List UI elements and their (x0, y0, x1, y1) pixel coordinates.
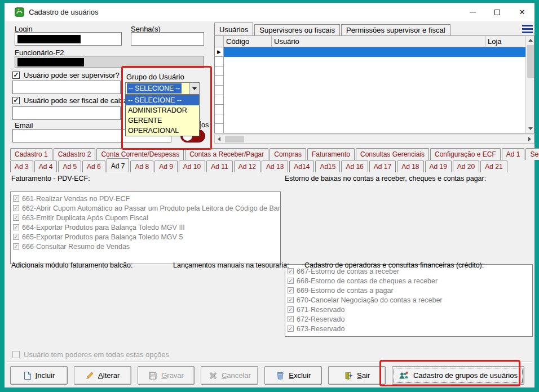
permission-item[interactable]: ✓672-Reservado (288, 314, 531, 324)
permission-tab-ad14[interactable]: Ad14 (289, 161, 314, 172)
scroll-down-icon[interactable] (526, 124, 535, 133)
permission-tab-ad-5[interactable]: Ad 5 (58, 161, 81, 172)
permission-tab-ad-1[interactable]: Ad 1 (502, 148, 525, 160)
grupo-option-selecione[interactable]: -- SELECIONE -- (126, 95, 199, 105)
excluir-button[interactable]: Excluir (264, 366, 322, 385)
horizontal-scroll-thumb[interactable] (225, 136, 244, 142)
grid-row-empty[interactable] (215, 114, 525, 124)
grupo-combobox[interactable]: -- SELECIONE -- (125, 82, 200, 95)
scroll-right-icon[interactable] (525, 135, 534, 143)
login-input[interactable] (15, 32, 122, 46)
grid-header-loja[interactable]: Loja (485, 36, 525, 47)
tab-usuarios[interactable]: Usuários (214, 23, 253, 35)
grid-horizontal-scrollbar[interactable] (214, 135, 534, 144)
permission-tab-contas-a-receber-pagar[interactable]: Contas a Receber/Pagar (185, 148, 268, 160)
group-title-estorno: Estorno de baixas no contas a receber, c… (285, 175, 486, 182)
all-options-checkbox[interactable] (12, 351, 20, 358)
hamburger-menu-icon[interactable] (522, 25, 533, 35)
fiscal-checkbox[interactable]: ✓ (12, 97, 20, 104)
permission-tab-ad-11[interactable]: Ad 11 (206, 161, 232, 172)
permission-tab-ad-20[interactable]: Ad 20 (453, 161, 479, 172)
permission-item[interactable]: ✓668-Estorno de contas de cheques a rece… (288, 276, 531, 286)
gravar-button[interactable]: Gravar (138, 366, 195, 385)
permission-tab-ad-6[interactable]: Ad 6 (82, 161, 105, 172)
grid-vertical-scrollbar[interactable] (525, 36, 534, 133)
incluir-button[interactable]: Incluir (10, 366, 68, 385)
permission-tab-ad-17[interactable]: Ad 17 (369, 161, 396, 172)
tab-supervisores-ou-fiscais[interactable]: Supervisores ou fiscais (254, 24, 340, 35)
grupos-button-label: Cadastro de grupos de usuários (413, 371, 518, 380)
permission-tab-ad-8[interactable]: Ad 8 (130, 161, 153, 172)
senha-input[interactable] (131, 32, 204, 46)
permission-item[interactable]: ✓665-Exportar Produtos para Balança Tole… (13, 232, 279, 242)
grid-header-usuario[interactable]: Usuário (272, 36, 485, 47)
scroll-up-icon[interactable] (526, 36, 535, 44)
permission-item[interactable]: ✓671-Reservado (288, 305, 531, 314)
permission-tab-cadastro-2[interactable]: Cadastro 2 (54, 148, 96, 160)
permission-tab-servicos[interactable]: Serviços (525, 148, 539, 160)
grid-row-empty[interactable] (215, 57, 525, 66)
maximize-button[interactable] (485, 3, 510, 21)
grid-row-empty[interactable] (215, 76, 525, 86)
permission-item-label: 662-Abrir Cupom Automático ao Passar um … (22, 204, 281, 212)
cancelar-button[interactable]: Cancelar (201, 366, 258, 385)
grupo-option-administrador[interactable]: ADMINISTRADOR (126, 105, 199, 115)
alterar-button[interactable]: Alterar (74, 366, 131, 385)
divider (7, 362, 532, 363)
permission-tab-ad-3[interactable]: Ad 3 (10, 161, 33, 172)
permission-item[interactable]: ✓666-Consultar Resumo de Vendas (13, 242, 279, 251)
grid-row-empty[interactable] (215, 95, 525, 105)
grid-row-empty[interactable] (215, 66, 525, 76)
grupos-button[interactable]: Cadastro de grupos de usuários (392, 366, 524, 385)
minimize-button[interactable] (460, 3, 485, 21)
grid-row-empty[interactable] (215, 124, 525, 133)
tab-permissoes-supervisor-e-fiscal[interactable]: Permissões supervisor e fiscal (341, 24, 450, 35)
permission-tab-compras[interactable]: Compras (270, 148, 306, 160)
permission-tab-ad-12[interactable]: Ad 12 (234, 161, 260, 172)
close-button[interactable]: ✕ (510, 3, 534, 21)
grid-header-codigo[interactable]: Código (224, 36, 272, 47)
funcionario-input[interactable] (15, 56, 204, 68)
permission-tab-ad-13[interactable]: Ad 13 (262, 161, 288, 172)
permission-item[interactable]: ✓669-Estorno de contas a pagar (288, 286, 531, 295)
permission-item[interactable]: ✓673-Reservado (288, 324, 531, 333)
selected-row-highlight (224, 47, 525, 57)
scroll-left-icon[interactable] (215, 135, 223, 143)
permission-item[interactable]: ✓661-Realizar Vendas no PDV-ECF (13, 194, 279, 203)
grupo-combobox-value: -- SELECIONE -- (127, 83, 182, 93)
fiscal-input[interactable] (12, 106, 121, 120)
permission-tab-configuracao-e-ecf[interactable]: Configuração e ECF (430, 148, 501, 160)
vertical-scroll-thumb[interactable] (527, 45, 534, 78)
supervisor-input[interactable] (12, 81, 121, 94)
grupo-option-operacional[interactable]: OPERACIONAL (126, 126, 199, 136)
group-title-faturamento: Faturamento - PDV-ECF: (11, 175, 90, 182)
permission-item[interactable]: ✓664-Exportar Produtos para Balança Tole… (13, 222, 279, 232)
permission-tab-ad-21[interactable]: Ad 21 (480, 161, 507, 172)
permission-item[interactable]: ✓670-Cancelar Negociação do contas a rec… (288, 295, 531, 305)
grid-row-selected[interactable]: ▶ (215, 47, 525, 57)
permission-tab-ad-9[interactable]: Ad 9 (154, 161, 178, 172)
grid-row-empty[interactable] (215, 105, 525, 114)
permission-item[interactable]: ✓663-Emitir Duplicata Após Cupom Fiscal (13, 213, 279, 222)
permission-tab-ad-10[interactable]: Ad 10 (179, 161, 205, 172)
permission-tab-ad-7[interactable]: Ad 7 (107, 158, 130, 172)
permission-item-label: 666-Consultar Resumo de Vendas (22, 243, 130, 251)
permission-tab-cadastro-1[interactable]: Cadastro 1 (10, 148, 52, 160)
grid-header-indicator (215, 36, 224, 47)
permission-list-estorno: ✓667-Estorno de contas a receber✓668-Est… (285, 264, 533, 337)
grupo-option-gerente[interactable]: GERENTE (126, 115, 199, 126)
permission-tab-ad-4[interactable]: Ad 4 (34, 161, 58, 172)
combo-dropdown-button[interactable] (189, 83, 199, 94)
supervisor-checkbox[interactable]: ✓ (12, 72, 20, 79)
app-icon (15, 7, 24, 17)
permission-tab-ad-16[interactable]: Ad 16 (341, 161, 368, 172)
fiscal-label: Usuário pode ser fiscal de caixa? (24, 96, 132, 105)
permission-tab-ad-18[interactable]: Ad 18 (397, 161, 423, 172)
permission-tab-ad-19[interactable]: Ad 19 (425, 161, 452, 172)
sair-button[interactable]: Sair (328, 366, 386, 385)
permission-tab-ad15[interactable]: Ad15 (315, 161, 340, 172)
grid-row-empty[interactable] (215, 86, 525, 95)
permission-item[interactable]: ✓662-Abrir Cupom Automático ao Passar um… (13, 203, 279, 213)
permission-tab-faturamento[interactable]: Faturamento (307, 148, 355, 160)
permission-tab-consultas-gerenciais[interactable]: Consultas Gerenciais (356, 148, 429, 160)
